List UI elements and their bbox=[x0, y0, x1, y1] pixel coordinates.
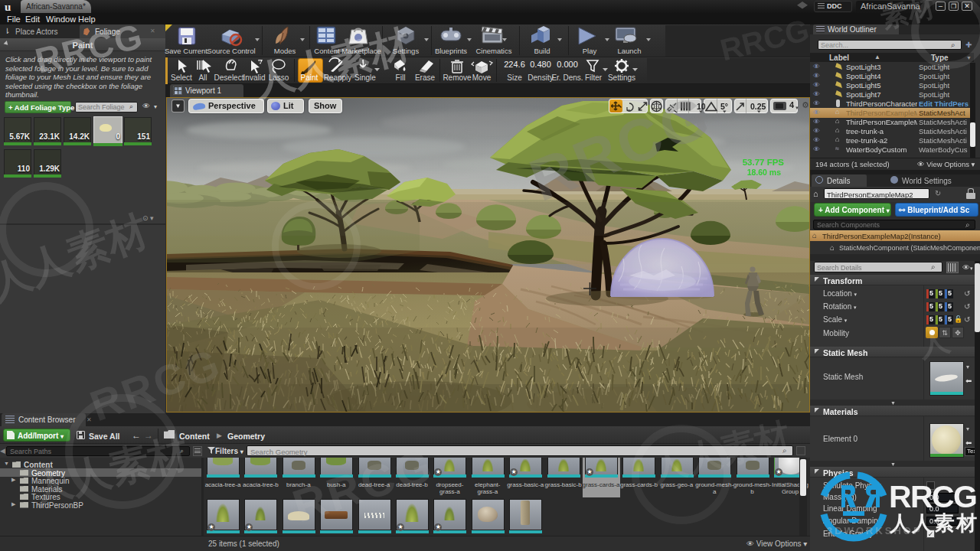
svg-text:18.60 ms: 18.60 ms bbox=[747, 168, 782, 177]
svg-text:5°: 5° bbox=[720, 102, 728, 111]
svg-text:10: 10 bbox=[697, 102, 706, 111]
svg-text:0.25: 0.25 bbox=[750, 102, 766, 111]
svg-text:53.77 FPS: 53.77 FPS bbox=[743, 158, 785, 167]
